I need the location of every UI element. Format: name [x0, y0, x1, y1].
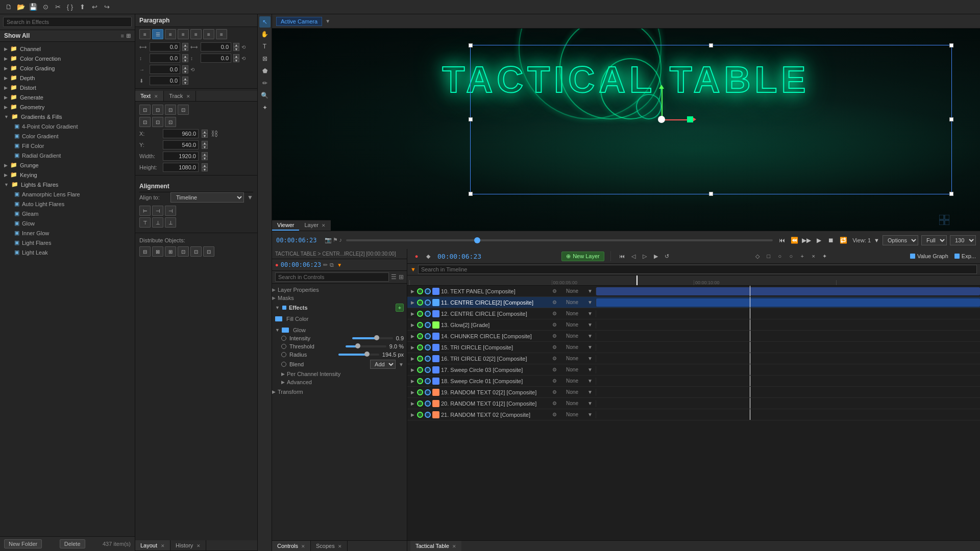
track-17-fx[interactable]: ⚙: [551, 366, 558, 373]
radius-slider[interactable]: [338, 354, 379, 356]
transform-section[interactable]: Transform: [272, 388, 407, 396]
height-spin-down[interactable]: ▼: [202, 167, 208, 171]
toolbar-script-icon[interactable]: { }: [65, 3, 75, 12]
effect-gleam[interactable]: ▣ Gleam: [0, 209, 135, 218]
intensity-slider[interactable]: [352, 337, 393, 339]
effects-search-input[interactable]: [3, 17, 132, 27]
param-input-2b[interactable]: [201, 54, 231, 63]
track-11-record[interactable]: [417, 299, 423, 306]
quality-dropdown[interactable]: Full: [921, 235, 947, 245]
track-14-fx[interactable]: ⚙: [551, 333, 558, 340]
track-17-record[interactable]: [417, 367, 423, 373]
track-18-fx[interactable]: ⚙: [551, 378, 558, 385]
text-align-mc-btn[interactable]: ⊡: [152, 117, 163, 127]
track-10-arrow[interactable]: ▼: [586, 288, 594, 294]
history-close[interactable]: ✕: [197, 543, 201, 548]
track-18-record[interactable]: [417, 378, 423, 384]
track-21-fx[interactable]: ⚙: [551, 411, 558, 418]
track-15-arrow[interactable]: ▼: [586, 344, 594, 350]
spin-down-3a[interactable]: ▼: [182, 69, 188, 73]
new-layer-button[interactable]: ⊕ New Layer: [561, 252, 604, 261]
category-color-correction[interactable]: 📁 Color Correction: [0, 54, 135, 63]
play-start-btn[interactable]: ⏮: [777, 235, 787, 245]
track-21-arrow[interactable]: ▼: [586, 412, 594, 417]
x-input[interactable]: [163, 129, 199, 138]
track-19-timeline[interactable]: [596, 387, 980, 397]
tl-loop[interactable]: ↺: [662, 251, 672, 261]
kf-x[interactable]: ×: [808, 251, 819, 261]
text-align-tr-btn[interactable]: ⊡: [165, 105, 176, 115]
blend-radio[interactable]: [281, 362, 286, 367]
track-14-arrow[interactable]: ▼: [586, 333, 594, 339]
param-input-4a[interactable]: [150, 76, 180, 85]
track-10-expand[interactable]: ▶: [409, 288, 415, 294]
param-reset-1[interactable]: ⟲: [241, 44, 246, 50]
tab-layout[interactable]: Layout ✕: [135, 540, 170, 550]
track-16-expand[interactable]: ▶: [409, 356, 415, 362]
spin-up-2a[interactable]: ▲: [182, 54, 188, 58]
track-20-arrow[interactable]: ▼: [586, 400, 594, 406]
distribute-btn4[interactable]: ⊡: [178, 246, 189, 257]
effect-4pt-color-gradient[interactable]: ▣ 4-Point Color Gradient: [0, 121, 135, 131]
toolbar-redo-icon[interactable]: ↪: [102, 3, 111, 12]
tool-pen[interactable]: ✏: [259, 78, 271, 89]
viewer-timeline-scrubber[interactable]: [346, 239, 773, 241]
stop-btn[interactable]: ⏹: [826, 235, 836, 245]
viewer-audio-icon[interactable]: ♪: [339, 237, 342, 243]
align-left-edge-btn[interactable]: ⊢: [139, 206, 151, 216]
track-10-timeline[interactable]: [596, 286, 980, 296]
tool-hand[interactable]: ✋: [259, 29, 271, 40]
track-12-timeline[interactable]: [596, 308, 980, 319]
effect-glow[interactable]: ▣ Glow: [0, 218, 135, 228]
align-right-btn[interactable]: ≡: [165, 29, 176, 39]
controls-tab-close[interactable]: ✕: [301, 544, 305, 549]
track-11-timeline[interactable]: [596, 297, 980, 308]
track-13-expand[interactable]: ▶: [409, 322, 415, 328]
text-align-bl-btn[interactable]: ⊡: [178, 105, 189, 115]
spin-down-4a[interactable]: ▼: [182, 81, 188, 85]
track-17-timeline[interactable]: [596, 364, 980, 375]
category-keying[interactable]: 📁 Keying: [0, 170, 135, 180]
track-13-visible[interactable]: [425, 322, 431, 328]
track-11-fx[interactable]: ⚙: [551, 299, 558, 306]
align-center-vert-btn[interactable]: ⊥: [152, 217, 163, 228]
timecode-edit-icon[interactable]: ✏: [323, 262, 328, 268]
toolbar-open-icon[interactable]: 📂: [16, 3, 26, 12]
blend-dropdown[interactable]: Add: [370, 360, 396, 369]
track-11-visible[interactable]: [425, 299, 431, 306]
track-20-visible[interactable]: [425, 400, 431, 407]
distribute-even-btn[interactable]: ⊞: [165, 246, 176, 257]
align-left-btn[interactable]: ≡: [139, 29, 151, 39]
track-13-arrow[interactable]: ▼: [586, 322, 594, 328]
param-input-1a[interactable]: [150, 42, 180, 52]
toolbar-cut-icon[interactable]: ✂: [53, 3, 62, 12]
tab-text[interactable]: Text ✕: [135, 91, 164, 101]
param-reset-2[interactable]: ⟲: [241, 56, 246, 61]
tab-track[interactable]: Track ✕: [164, 91, 196, 101]
toolbar-import-icon[interactable]: ⬆: [78, 3, 87, 12]
tl-next-frame[interactable]: ▷: [640, 251, 650, 261]
tl-keyframe-btn[interactable]: ◆: [423, 251, 433, 261]
tab-track-close[interactable]: ✕: [186, 94, 190, 99]
align-top-edge-btn[interactable]: ⊤: [139, 217, 151, 228]
align-to-select[interactable]: Timeline: [170, 192, 244, 203]
track-14-timeline[interactable]: [596, 331, 980, 341]
width-input[interactable]: [163, 152, 199, 161]
view-dropdown-icon[interactable]: ▼: [874, 237, 879, 243]
effect-radial-gradient[interactable]: ▣ Radial Gradient: [0, 151, 135, 160]
text-align-ml-btn[interactable]: ⊡: [139, 117, 151, 127]
track-14-expand[interactable]: ▶: [409, 333, 415, 339]
track-14-record[interactable]: [417, 333, 423, 339]
tool-crop[interactable]: ⊠: [259, 53, 271, 64]
track-13-timeline[interactable]: [596, 319, 980, 330]
viewer-flag-icon[interactable]: ⚑: [333, 237, 338, 243]
track-19-record[interactable]: [417, 389, 423, 395]
track-18-arrow[interactable]: ▼: [586, 378, 594, 384]
track-21-visible[interactable]: [425, 412, 431, 418]
align-center-btn[interactable]: ☰: [152, 29, 163, 39]
category-grunge[interactable]: 📁 Grunge: [0, 160, 135, 170]
active-camera-dropdown[interactable]: Active Camera: [276, 17, 322, 26]
distribute-horiz-btn[interactable]: ⊟: [139, 246, 151, 257]
track-16-timeline[interactable]: [596, 353, 980, 364]
track-12-arrow[interactable]: ▼: [586, 311, 594, 316]
